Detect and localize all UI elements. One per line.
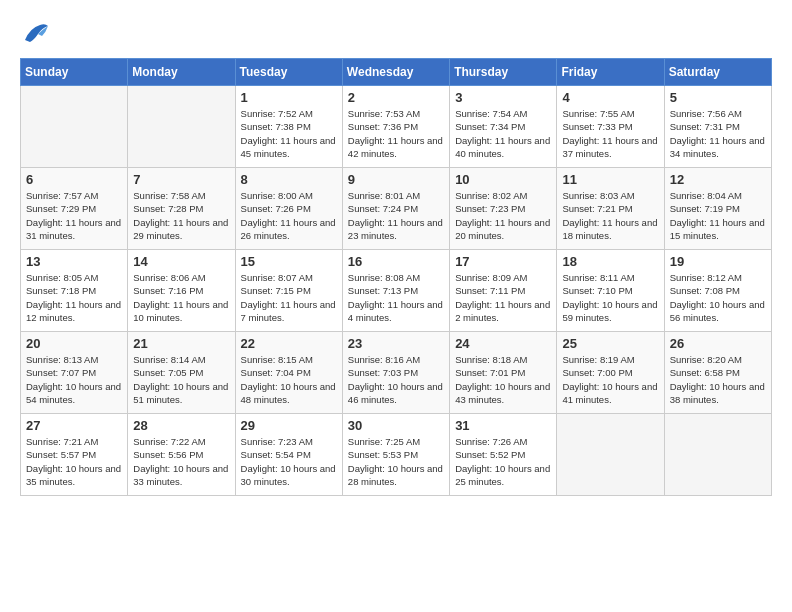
day-number: 21 <box>133 336 229 351</box>
day-info: Sunrise: 8:02 AMSunset: 7:23 PMDaylight:… <box>455 189 551 242</box>
day-info: Sunrise: 8:15 AMSunset: 7:04 PMDaylight:… <box>241 353 337 406</box>
page-header <box>20 20 772 48</box>
day-number: 9 <box>348 172 444 187</box>
day-number: 17 <box>455 254 551 269</box>
day-number: 11 <box>562 172 658 187</box>
calendar-day-cell: 18Sunrise: 8:11 AMSunset: 7:10 PMDayligh… <box>557 250 664 332</box>
day-number: 18 <box>562 254 658 269</box>
calendar-day-cell: 27Sunrise: 7:21 AMSunset: 5:57 PMDayligh… <box>21 414 128 496</box>
calendar-day-cell <box>664 414 771 496</box>
day-info: Sunrise: 8:14 AMSunset: 7:05 PMDaylight:… <box>133 353 229 406</box>
calendar-table: SundayMondayTuesdayWednesdayThursdayFrid… <box>20 58 772 496</box>
day-info: Sunrise: 8:08 AMSunset: 7:13 PMDaylight:… <box>348 271 444 324</box>
day-number: 26 <box>670 336 766 351</box>
day-info: Sunrise: 7:25 AMSunset: 5:53 PMDaylight:… <box>348 435 444 488</box>
calendar-week-row: 20Sunrise: 8:13 AMSunset: 7:07 PMDayligh… <box>21 332 772 414</box>
day-number: 30 <box>348 418 444 433</box>
day-info: Sunrise: 8:13 AMSunset: 7:07 PMDaylight:… <box>26 353 122 406</box>
day-info: Sunrise: 7:22 AMSunset: 5:56 PMDaylight:… <box>133 435 229 488</box>
day-info: Sunrise: 7:53 AMSunset: 7:36 PMDaylight:… <box>348 107 444 160</box>
day-info: Sunrise: 8:06 AMSunset: 7:16 PMDaylight:… <box>133 271 229 324</box>
day-number: 5 <box>670 90 766 105</box>
day-info: Sunrise: 7:23 AMSunset: 5:54 PMDaylight:… <box>241 435 337 488</box>
calendar-day-cell: 15Sunrise: 8:07 AMSunset: 7:15 PMDayligh… <box>235 250 342 332</box>
calendar-day-cell: 22Sunrise: 8:15 AMSunset: 7:04 PMDayligh… <box>235 332 342 414</box>
day-info: Sunrise: 7:54 AMSunset: 7:34 PMDaylight:… <box>455 107 551 160</box>
calendar-header-row: SundayMondayTuesdayWednesdayThursdayFrid… <box>21 59 772 86</box>
day-info: Sunrise: 8:00 AMSunset: 7:26 PMDaylight:… <box>241 189 337 242</box>
day-number: 15 <box>241 254 337 269</box>
day-number: 3 <box>455 90 551 105</box>
day-info: Sunrise: 7:26 AMSunset: 5:52 PMDaylight:… <box>455 435 551 488</box>
day-info: Sunrise: 7:55 AMSunset: 7:33 PMDaylight:… <box>562 107 658 160</box>
calendar-day-header: Friday <box>557 59 664 86</box>
day-number: 1 <box>241 90 337 105</box>
day-info: Sunrise: 8:19 AMSunset: 7:00 PMDaylight:… <box>562 353 658 406</box>
calendar-day-cell: 20Sunrise: 8:13 AMSunset: 7:07 PMDayligh… <box>21 332 128 414</box>
calendar-day-header: Wednesday <box>342 59 449 86</box>
day-number: 29 <box>241 418 337 433</box>
day-info: Sunrise: 7:58 AMSunset: 7:28 PMDaylight:… <box>133 189 229 242</box>
day-info: Sunrise: 8:12 AMSunset: 7:08 PMDaylight:… <box>670 271 766 324</box>
day-info: Sunrise: 8:01 AMSunset: 7:24 PMDaylight:… <box>348 189 444 242</box>
day-info: Sunrise: 8:05 AMSunset: 7:18 PMDaylight:… <box>26 271 122 324</box>
calendar-day-cell: 4Sunrise: 7:55 AMSunset: 7:33 PMDaylight… <box>557 86 664 168</box>
calendar-day-cell: 13Sunrise: 8:05 AMSunset: 7:18 PMDayligh… <box>21 250 128 332</box>
calendar-day-cell <box>21 86 128 168</box>
calendar-day-cell: 14Sunrise: 8:06 AMSunset: 7:16 PMDayligh… <box>128 250 235 332</box>
day-info: Sunrise: 8:11 AMSunset: 7:10 PMDaylight:… <box>562 271 658 324</box>
calendar-week-row: 1Sunrise: 7:52 AMSunset: 7:38 PMDaylight… <box>21 86 772 168</box>
calendar-day-cell: 30Sunrise: 7:25 AMSunset: 5:53 PMDayligh… <box>342 414 449 496</box>
calendar-day-header: Thursday <box>450 59 557 86</box>
calendar-day-cell: 1Sunrise: 7:52 AMSunset: 7:38 PMDaylight… <box>235 86 342 168</box>
day-info: Sunrise: 8:04 AMSunset: 7:19 PMDaylight:… <box>670 189 766 242</box>
calendar-day-cell <box>128 86 235 168</box>
calendar-week-row: 6Sunrise: 7:57 AMSunset: 7:29 PMDaylight… <box>21 168 772 250</box>
day-number: 13 <box>26 254 122 269</box>
calendar-day-cell: 2Sunrise: 7:53 AMSunset: 7:36 PMDaylight… <box>342 86 449 168</box>
day-number: 6 <box>26 172 122 187</box>
calendar-day-cell: 9Sunrise: 8:01 AMSunset: 7:24 PMDaylight… <box>342 168 449 250</box>
logo <box>20 20 54 48</box>
calendar-day-cell: 25Sunrise: 8:19 AMSunset: 7:00 PMDayligh… <box>557 332 664 414</box>
calendar-day-cell: 8Sunrise: 8:00 AMSunset: 7:26 PMDaylight… <box>235 168 342 250</box>
day-number: 10 <box>455 172 551 187</box>
calendar-day-cell: 31Sunrise: 7:26 AMSunset: 5:52 PMDayligh… <box>450 414 557 496</box>
day-info: Sunrise: 7:52 AMSunset: 7:38 PMDaylight:… <box>241 107 337 160</box>
day-number: 7 <box>133 172 229 187</box>
day-number: 28 <box>133 418 229 433</box>
calendar-day-cell: 23Sunrise: 8:16 AMSunset: 7:03 PMDayligh… <box>342 332 449 414</box>
day-info: Sunrise: 8:18 AMSunset: 7:01 PMDaylight:… <box>455 353 551 406</box>
day-number: 16 <box>348 254 444 269</box>
day-number: 20 <box>26 336 122 351</box>
day-number: 12 <box>670 172 766 187</box>
calendar-week-row: 27Sunrise: 7:21 AMSunset: 5:57 PMDayligh… <box>21 414 772 496</box>
day-info: Sunrise: 8:16 AMSunset: 7:03 PMDaylight:… <box>348 353 444 406</box>
day-number: 24 <box>455 336 551 351</box>
calendar-day-cell: 19Sunrise: 8:12 AMSunset: 7:08 PMDayligh… <box>664 250 771 332</box>
day-number: 31 <box>455 418 551 433</box>
day-number: 27 <box>26 418 122 433</box>
calendar-day-cell: 17Sunrise: 8:09 AMSunset: 7:11 PMDayligh… <box>450 250 557 332</box>
calendar-day-header: Tuesday <box>235 59 342 86</box>
calendar-day-cell: 7Sunrise: 7:58 AMSunset: 7:28 PMDaylight… <box>128 168 235 250</box>
day-info: Sunrise: 7:56 AMSunset: 7:31 PMDaylight:… <box>670 107 766 160</box>
day-number: 19 <box>670 254 766 269</box>
calendar-day-cell: 12Sunrise: 8:04 AMSunset: 7:19 PMDayligh… <box>664 168 771 250</box>
day-number: 2 <box>348 90 444 105</box>
calendar-week-row: 13Sunrise: 8:05 AMSunset: 7:18 PMDayligh… <box>21 250 772 332</box>
calendar-day-cell: 28Sunrise: 7:22 AMSunset: 5:56 PMDayligh… <box>128 414 235 496</box>
day-number: 25 <box>562 336 658 351</box>
calendar-day-cell: 16Sunrise: 8:08 AMSunset: 7:13 PMDayligh… <box>342 250 449 332</box>
logo-bird-icon <box>20 20 50 48</box>
calendar-day-cell: 3Sunrise: 7:54 AMSunset: 7:34 PMDaylight… <box>450 86 557 168</box>
calendar-day-cell: 6Sunrise: 7:57 AMSunset: 7:29 PMDaylight… <box>21 168 128 250</box>
calendar-day-cell: 24Sunrise: 8:18 AMSunset: 7:01 PMDayligh… <box>450 332 557 414</box>
day-number: 22 <box>241 336 337 351</box>
day-number: 23 <box>348 336 444 351</box>
calendar-day-cell <box>557 414 664 496</box>
day-info: Sunrise: 7:57 AMSunset: 7:29 PMDaylight:… <box>26 189 122 242</box>
day-info: Sunrise: 7:21 AMSunset: 5:57 PMDaylight:… <box>26 435 122 488</box>
day-info: Sunrise: 8:07 AMSunset: 7:15 PMDaylight:… <box>241 271 337 324</box>
calendar-day-cell: 26Sunrise: 8:20 AMSunset: 6:58 PMDayligh… <box>664 332 771 414</box>
